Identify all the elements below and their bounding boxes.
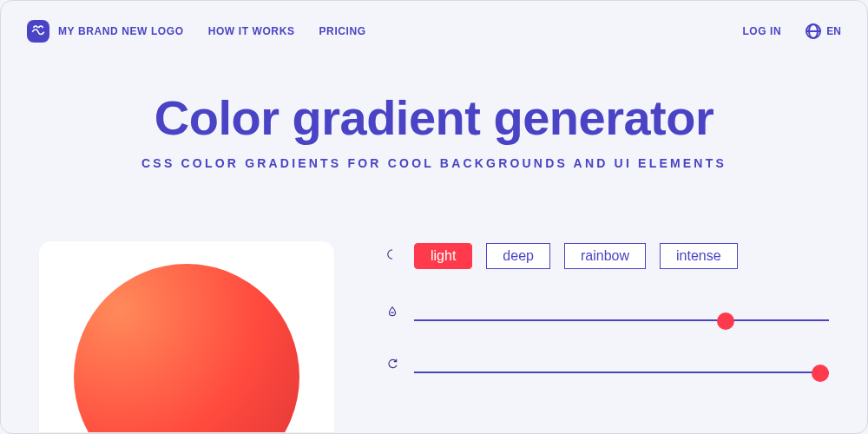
page-subtitle: CSS COLOR GRADIENTS FOR COOL BACKGROUNDS… <box>1 156 867 170</box>
workspace: lightdeeprainbowintense <box>1 241 867 432</box>
hue-track <box>414 319 829 321</box>
nav-how-it-works[interactable]: HOW IT WORKS <box>208 25 295 37</box>
rotate-thumb[interactable] <box>812 365 829 382</box>
globe-icon <box>806 23 821 39</box>
rotate-track <box>414 372 829 373</box>
language-code: EN <box>826 25 841 37</box>
gradient-preview <box>39 241 334 432</box>
brand-logo-icon[interactable] <box>27 20 49 43</box>
mode-pill-deep[interactable]: deep <box>486 243 550 269</box>
nav-pricing[interactable]: PRICING <box>319 25 366 37</box>
droplet-icon <box>386 306 398 321</box>
mode-pill-rainbow[interactable]: rainbow <box>564 243 646 269</box>
top-nav: MY BRAND NEW LOGO HOW IT WORKS PRICING L… <box>1 1 867 51</box>
rotate-row <box>386 358 829 373</box>
hero: Color gradient generator CSS COLOR GRADI… <box>1 89 867 170</box>
gradient-ball <box>74 264 299 432</box>
rotate-slider[interactable] <box>414 365 829 366</box>
mode-pill-intense[interactable]: intense <box>660 243 738 269</box>
mode-row: lightdeeprainbowintense <box>386 243 829 269</box>
contrast-icon <box>386 248 398 264</box>
language-switcher[interactable]: EN <box>806 23 841 39</box>
mode-pill-light[interactable]: light <box>414 243 472 269</box>
controls: lightdeeprainbowintense <box>386 241 829 432</box>
mode-pills: lightdeeprainbowintense <box>414 243 738 269</box>
hue-row <box>386 306 829 321</box>
nav-login[interactable]: LOG IN <box>742 25 781 37</box>
page-title: Color gradient generator <box>1 89 867 146</box>
nav-brand[interactable]: MY BRAND NEW LOGO <box>58 25 184 37</box>
hue-slider[interactable] <box>414 312 829 314</box>
rotate-icon <box>386 358 398 373</box>
hue-thumb[interactable] <box>717 312 734 330</box>
